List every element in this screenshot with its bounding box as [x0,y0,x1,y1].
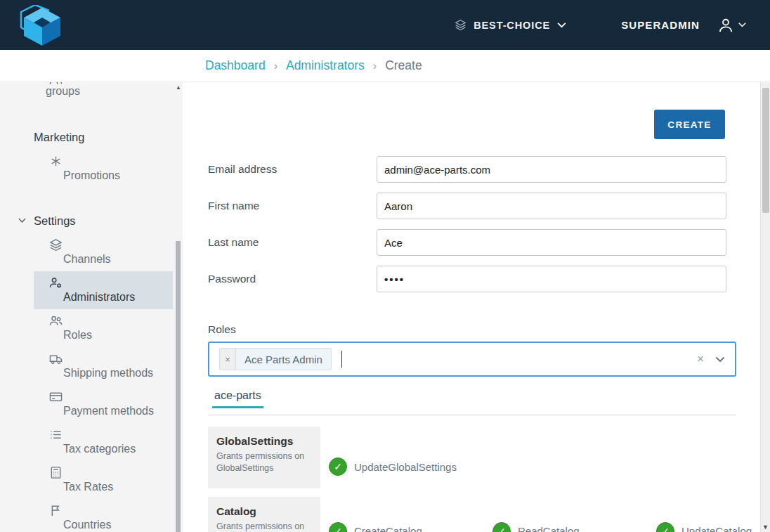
sidebar-item-label: Countries [63,519,111,531]
breadcrumb-separator: › [373,60,377,72]
truck-icon [49,352,174,365]
channel-label: BEST-CHOICE [474,20,550,31]
chevron-down-icon [557,22,566,28]
checkbox-checked-icon[interactable]: ✓ [492,522,511,532]
permission-checkboxes: ✓ CreateCatalog ✓ ReadCatalog ✓ UpdateCa… [320,497,760,532]
sidebar-item-customer-groups[interactable]: groups [0,82,183,101]
email-label: Email address [208,163,377,176]
sidebar-item-label: Channels [63,253,111,265]
sidebar-item-channels[interactable]: Channels [0,233,183,271]
checkbox-checked-icon[interactable]: ✓ [329,522,347,532]
permission-label: UpdateGlobalSettings [354,461,457,473]
text-cursor [341,351,343,368]
sidebar-item-label: Administrators [63,291,135,303]
breadcrumb-link-dashboard[interactable]: Dashboard [205,58,266,73]
sidebar-item-label: Payment methods [63,405,154,417]
clear-selection-button[interactable]: × [697,352,704,366]
sidebar-scrollbar-thumb[interactable] [176,241,181,532]
sidebar-item-shipping-methods[interactable]: Shipping methods [0,347,183,385]
permission-label: UpdateCatalog [681,525,752,532]
create-button[interactable]: CREATE [654,110,725,139]
first-name-label: First name [208,200,377,212]
sidebar-item-administrators[interactable]: Administrators [34,271,173,309]
breadcrumb-current: Create [385,58,422,73]
chevron-down-icon [18,218,26,223]
checkbox-checked-icon[interactable]: ✓ [656,522,674,532]
sidebar-item-label: Tax categories [63,443,136,455]
sidebar-item-tax-categories[interactable]: Tax categories [0,423,183,461]
form-row-password: Password [208,266,736,292]
breadcrumb: Dashboard › Administrators › Create [0,50,770,82]
form-row-first-name: First name [208,193,736,219]
calculator-icon [49,466,174,479]
sidebar-item-roles[interactable]: Roles [0,309,183,347]
sidebar-item-tax-rates[interactable]: Tax Rates [0,461,183,499]
sidebar-item-promotions[interactable]: Promotions [0,150,183,188]
channel-switcher[interactable]: BEST-CHOICE [455,19,566,31]
permission-group-description: Grants permissions on GlobalSettings [216,450,313,474]
topbar-right: BEST-CHOICE SUPERADMIN [455,16,770,34]
layers-icon [455,19,466,31]
last-name-field[interactable] [377,229,726,256]
chip-remove-button[interactable]: × [220,349,236,370]
sidebar-item-label: Promotions [63,169,120,181]
page-scrollbar[interactable]: ▼ [760,82,770,532]
permission-item: ✓ UpdateGlobalSettings [329,445,492,488]
list-icon [49,428,174,441]
layers-icon [49,238,174,252]
permission-group-name: Catalog [216,505,313,518]
form-row-last-name: Last name [208,229,736,256]
sidebar-item-payment-methods[interactable]: Payment methods [0,385,183,423]
breadcrumb-link-administrators[interactable]: Administrators [286,58,365,73]
user-label: SUPERADMIN [621,19,700,31]
sidebar-section-marketing: Marketing [0,125,183,150]
form-row-email: Email address [208,156,736,183]
breadcrumb-separator: › [274,60,278,72]
permission-item: ✓ CreateCatalog [329,503,492,532]
permission-label: ReadCatalog [518,525,580,532]
sidebar: groups Marketing Promotions Settings Cha… [0,82,183,532]
permission-label: CreateCatalog [354,525,422,532]
sidebar-item-label: Roles [63,329,92,341]
admin-app: BEST-CHOICE SUPERADMIN Dashboard › [0,0,770,532]
main-content: CREATE Email address First name Last nam… [183,82,760,532]
flag-icon [49,504,174,517]
permission-row-globalsettings: GlobalSettings Grants permissions on Glo… [208,427,736,488]
user-icon [717,16,735,34]
permission-group-description: Grants permissions on Products, Facets [216,521,313,532]
roles-label: Roles [208,323,736,336]
first-name-field[interactable] [377,193,726,219]
role-chip-label: Ace Parts Admin [236,349,331,370]
page-scroll-down-arrow[interactable]: ▼ [761,524,770,531]
permission-group-name: GlobalSettings [216,435,313,448]
sidebar-section-settings[interactable]: Settings [0,209,183,233]
roles-select[interactable]: × Ace Parts Admin × [208,342,736,377]
email-field[interactable] [377,156,726,183]
user-menu[interactable] [717,16,746,34]
administrator-form: Email address First name Last name Passw… [208,156,736,292]
last-name-label: Last name [208,236,377,249]
checkbox-checked-icon[interactable]: ✓ [329,458,347,476]
chevron-down-icon [738,22,746,27]
tab-ace-parts[interactable]: ace-parts [212,389,263,408]
credit-card-icon [49,390,174,403]
page-scrollbar-thumb[interactable] [762,88,769,213]
permission-group-cell: Catalog Grants permissions on Products, … [208,497,320,532]
permission-checkboxes: ✓ UpdateGlobalSettings [320,427,736,488]
sidebar-item-label: groups [46,85,80,98]
password-label: Password [208,273,377,285]
section-title-label: Settings [34,214,76,227]
sidebar-scroll-up-arrow[interactable]: ▲ [176,84,181,91]
vendure-logo[interactable] [18,5,63,46]
role-chip: × Ace Parts Admin [219,348,332,370]
tabs-divider [208,415,736,415]
password-field[interactable] [377,266,726,292]
sidebar-item-countries[interactable]: Countries [0,499,183,532]
admin-user-icon [49,276,164,290]
chevron-down-icon[interactable] [715,356,725,363]
users-icon [49,314,174,327]
roles-select-controls: × [697,352,725,366]
permission-row-catalog: Catalog Grants permissions on Products, … [208,497,736,532]
permissions-table: GlobalSettings Grants permissions on Glo… [208,427,736,532]
permission-group-cell: GlobalSettings Grants permissions on Glo… [208,427,320,488]
